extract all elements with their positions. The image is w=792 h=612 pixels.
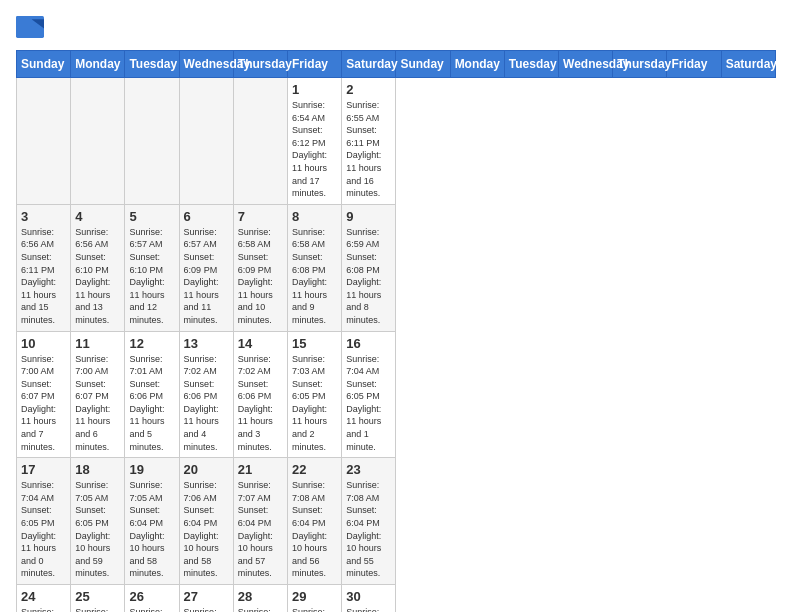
day-info: Sunrise: 7:12 AM Sunset: 6:03 PM Dayligh… (238, 606, 283, 612)
day-number: 3 (21, 209, 66, 224)
header-cell-monday: Monday (71, 51, 125, 78)
day-info: Sunrise: 7:04 AM Sunset: 6:05 PM Dayligh… (346, 353, 391, 454)
day-number: 26 (129, 589, 174, 604)
header-cell-friday: Friday (288, 51, 342, 78)
header-row: SundayMondayTuesdayWednesdayThursdayFrid… (17, 51, 776, 78)
day-number: 25 (75, 589, 120, 604)
col-header-sunday: Sunday (396, 51, 450, 78)
day-number: 1 (292, 82, 337, 97)
calendar-cell: 12Sunrise: 7:01 AM Sunset: 6:06 PM Dayli… (125, 331, 179, 458)
calendar-cell: 29Sunrise: 7:12 AM Sunset: 6:03 PM Dayli… (288, 585, 342, 613)
day-number: 23 (346, 462, 391, 477)
col-header-friday: Friday (667, 51, 721, 78)
day-number: 6 (184, 209, 229, 224)
calendar-cell: 11Sunrise: 7:00 AM Sunset: 6:07 PM Dayli… (71, 331, 125, 458)
day-info: Sunrise: 6:57 AM Sunset: 6:10 PM Dayligh… (129, 226, 174, 327)
day-number: 15 (292, 336, 337, 351)
day-number: 2 (346, 82, 391, 97)
calendar-cell: 26Sunrise: 7:10 AM Sunset: 6:04 PM Dayli… (125, 585, 179, 613)
day-info: Sunrise: 7:09 AM Sunset: 6:04 PM Dayligh… (21, 606, 66, 612)
day-info: Sunrise: 6:58 AM Sunset: 6:09 PM Dayligh… (238, 226, 283, 327)
calendar-cell: 6Sunrise: 6:57 AM Sunset: 6:09 PM Daylig… (179, 204, 233, 331)
calendar-cell (71, 78, 125, 205)
day-number: 5 (129, 209, 174, 224)
calendar-table: SundayMondayTuesdayWednesdayThursdayFrid… (16, 50, 776, 612)
day-info: Sunrise: 6:59 AM Sunset: 6:08 PM Dayligh… (346, 226, 391, 327)
day-info: Sunrise: 7:06 AM Sunset: 6:04 PM Dayligh… (184, 479, 229, 580)
header (16, 16, 776, 38)
calendar-cell: 2Sunrise: 6:55 AM Sunset: 6:11 PM Daylig… (342, 78, 396, 205)
day-number: 17 (21, 462, 66, 477)
col-header-tuesday: Tuesday (504, 51, 558, 78)
day-info: Sunrise: 7:07 AM Sunset: 6:04 PM Dayligh… (238, 479, 283, 580)
logo-icon (16, 16, 44, 38)
day-number: 29 (292, 589, 337, 604)
day-info: Sunrise: 7:01 AM Sunset: 6:06 PM Dayligh… (129, 353, 174, 454)
day-number: 11 (75, 336, 120, 351)
calendar-cell: 14Sunrise: 7:02 AM Sunset: 6:06 PM Dayli… (233, 331, 287, 458)
day-info: Sunrise: 7:08 AM Sunset: 6:04 PM Dayligh… (346, 479, 391, 580)
day-info: Sunrise: 7:13 AM Sunset: 6:04 PM Dayligh… (346, 606, 391, 612)
day-number: 28 (238, 589, 283, 604)
day-info: Sunrise: 7:08 AM Sunset: 6:04 PM Dayligh… (292, 479, 337, 580)
calendar-cell: 5Sunrise: 6:57 AM Sunset: 6:10 PM Daylig… (125, 204, 179, 331)
calendar-cell: 7Sunrise: 6:58 AM Sunset: 6:09 PM Daylig… (233, 204, 287, 331)
calendar-cell: 17Sunrise: 7:04 AM Sunset: 6:05 PM Dayli… (17, 458, 71, 585)
col-header-saturday: Saturday (721, 51, 775, 78)
day-info: Sunrise: 7:11 AM Sunset: 6:03 PM Dayligh… (184, 606, 229, 612)
day-info: Sunrise: 7:02 AM Sunset: 6:06 PM Dayligh… (238, 353, 283, 454)
week-row-3: 10Sunrise: 7:00 AM Sunset: 6:07 PM Dayli… (17, 331, 776, 458)
day-info: Sunrise: 7:04 AM Sunset: 6:05 PM Dayligh… (21, 479, 66, 580)
calendar-cell: 15Sunrise: 7:03 AM Sunset: 6:05 PM Dayli… (288, 331, 342, 458)
header-cell-wednesday: Wednesday (179, 51, 233, 78)
day-info: Sunrise: 7:05 AM Sunset: 6:04 PM Dayligh… (129, 479, 174, 580)
day-info: Sunrise: 7:03 AM Sunset: 6:05 PM Dayligh… (292, 353, 337, 454)
day-info: Sunrise: 7:00 AM Sunset: 6:07 PM Dayligh… (21, 353, 66, 454)
week-row-5: 24Sunrise: 7:09 AM Sunset: 6:04 PM Dayli… (17, 585, 776, 613)
day-number: 9 (346, 209, 391, 224)
calendar-cell: 24Sunrise: 7:09 AM Sunset: 6:04 PM Dayli… (17, 585, 71, 613)
calendar-cell (179, 78, 233, 205)
day-info: Sunrise: 6:56 AM Sunset: 6:11 PM Dayligh… (21, 226, 66, 327)
day-number: 20 (184, 462, 229, 477)
logo (16, 16, 48, 38)
calendar-cell (233, 78, 287, 205)
day-number: 8 (292, 209, 337, 224)
day-number: 12 (129, 336, 174, 351)
week-row-1: 1Sunrise: 6:54 AM Sunset: 6:12 PM Daylig… (17, 78, 776, 205)
calendar-cell: 27Sunrise: 7:11 AM Sunset: 6:03 PM Dayli… (179, 585, 233, 613)
col-header-wednesday: Wednesday (559, 51, 613, 78)
day-number: 4 (75, 209, 120, 224)
day-info: Sunrise: 7:12 AM Sunset: 6:03 PM Dayligh… (292, 606, 337, 612)
day-info: Sunrise: 6:55 AM Sunset: 6:11 PM Dayligh… (346, 99, 391, 200)
calendar-cell: 13Sunrise: 7:02 AM Sunset: 6:06 PM Dayli… (179, 331, 233, 458)
calendar-cell: 19Sunrise: 7:05 AM Sunset: 6:04 PM Dayli… (125, 458, 179, 585)
day-info: Sunrise: 7:10 AM Sunset: 6:04 PM Dayligh… (75, 606, 120, 612)
day-number: 19 (129, 462, 174, 477)
calendar-cell: 30Sunrise: 7:13 AM Sunset: 6:04 PM Dayli… (342, 585, 396, 613)
calendar-cell: 4Sunrise: 6:56 AM Sunset: 6:10 PM Daylig… (71, 204, 125, 331)
day-info: Sunrise: 7:10 AM Sunset: 6:04 PM Dayligh… (129, 606, 174, 612)
day-info: Sunrise: 6:54 AM Sunset: 6:12 PM Dayligh… (292, 99, 337, 200)
day-number: 24 (21, 589, 66, 604)
day-number: 10 (21, 336, 66, 351)
day-number: 27 (184, 589, 229, 604)
calendar-cell: 21Sunrise: 7:07 AM Sunset: 6:04 PM Dayli… (233, 458, 287, 585)
calendar-cell (17, 78, 71, 205)
header-cell-thursday: Thursday (233, 51, 287, 78)
day-number: 18 (75, 462, 120, 477)
week-row-4: 17Sunrise: 7:04 AM Sunset: 6:05 PM Dayli… (17, 458, 776, 585)
day-info: Sunrise: 6:56 AM Sunset: 6:10 PM Dayligh… (75, 226, 120, 327)
day-number: 30 (346, 589, 391, 604)
calendar-cell: 22Sunrise: 7:08 AM Sunset: 6:04 PM Dayli… (288, 458, 342, 585)
calendar-cell (125, 78, 179, 205)
day-number: 16 (346, 336, 391, 351)
day-info: Sunrise: 7:00 AM Sunset: 6:07 PM Dayligh… (75, 353, 120, 454)
svg-rect-2 (16, 16, 32, 27)
calendar-cell: 23Sunrise: 7:08 AM Sunset: 6:04 PM Dayli… (342, 458, 396, 585)
calendar-cell: 18Sunrise: 7:05 AM Sunset: 6:05 PM Dayli… (71, 458, 125, 585)
day-info: Sunrise: 6:57 AM Sunset: 6:09 PM Dayligh… (184, 226, 229, 327)
header-cell-tuesday: Tuesday (125, 51, 179, 78)
calendar-cell: 10Sunrise: 7:00 AM Sunset: 6:07 PM Dayli… (17, 331, 71, 458)
calendar-cell: 16Sunrise: 7:04 AM Sunset: 6:05 PM Dayli… (342, 331, 396, 458)
